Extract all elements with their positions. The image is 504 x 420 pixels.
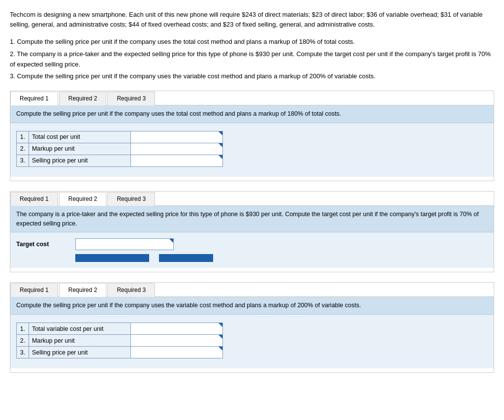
table-row: 2.Markup per unit	[17, 143, 223, 155]
question-2: 2. The company is a price-taker and the …	[10, 49, 494, 70]
row-number: 3.	[17, 155, 29, 166]
blue-bar-2	[159, 254, 213, 262]
panel2-tab-required1[interactable]: Required 1	[10, 192, 58, 206]
panel-1: Required 1 Required 2 Required 3 Compute…	[10, 91, 494, 181]
panel3-header: Compute the selling price per unit if th…	[10, 297, 494, 315]
panel1-tab-required2[interactable]: Required 2	[59, 92, 107, 105]
row-number: 1.	[17, 323, 29, 335]
panel2-tab-required3[interactable]: Required 3	[107, 192, 155, 206]
panel-3: Required 1 Required 2 Required 3 Compute…	[10, 282, 494, 373]
panel2-tab-required2[interactable]: Required 2	[59, 192, 107, 206]
row-input-cell	[131, 143, 223, 155]
panel1-tab-bar: Required 1 Required 2 Required 3	[10, 91, 494, 105]
table-row: 1.Total variable cost per unit	[17, 323, 223, 335]
row-label: Markup per unit	[29, 143, 130, 155]
row-number: 2.	[17, 143, 29, 155]
row-input-cell	[131, 323, 223, 335]
table-row: 2.Markup per unit	[17, 335, 223, 347]
row-label: Total variable cost per unit	[29, 323, 130, 335]
table-row: 3.Selling price per unit	[17, 347, 223, 358]
panel1-tab-required3[interactable]: Required 3	[107, 92, 155, 105]
row-input[interactable]	[134, 145, 220, 153]
row-input-cell	[131, 131, 223, 143]
input-flag	[219, 155, 222, 159]
input-flag	[219, 347, 222, 351]
panel1-header: Compute the selling price per unit if th…	[10, 105, 494, 123]
panel3-tab-bar: Required 1 Required 2 Required 3	[10, 283, 494, 297]
question-3: 3. Compute the selling price per unit if…	[10, 71, 494, 82]
target-cost-input-wrap	[75, 238, 174, 250]
input-flag	[219, 131, 222, 135]
panel2-header: The company is a price-taker and the exp…	[10, 206, 494, 233]
row-input-cell	[131, 155, 223, 166]
panel3-tab-required1[interactable]: Required 1	[10, 283, 58, 297]
row-input[interactable]	[134, 133, 220, 141]
blue-bars-row	[16, 254, 488, 262]
input-flag	[219, 323, 222, 327]
row-input[interactable]	[134, 337, 220, 344]
row-number: 1.	[17, 131, 29, 143]
row-input-cell	[131, 347, 223, 358]
panel3-table: 1.Total variable cost per unit2.Markup p…	[16, 323, 223, 358]
row-input[interactable]	[134, 157, 220, 164]
question-1: 1. Compute the selling price per unit if…	[10, 37, 494, 47]
target-cost-row: Target cost	[16, 238, 488, 250]
row-label: Markup per unit	[29, 335, 130, 347]
target-cost-input[interactable]	[76, 239, 173, 250]
panel1-tab-required1[interactable]: Required 1	[10, 92, 58, 105]
row-label: Selling price per unit	[29, 347, 130, 358]
blue-bar-1	[75, 254, 149, 262]
table-row: 1.Total cost per unit	[17, 131, 223, 143]
intro-paragraph: Techcom is designing a new smartphone. E…	[10, 10, 494, 29]
row-input-cell	[131, 335, 223, 347]
panel3-tab-required2[interactable]: Required 2	[59, 283, 107, 297]
row-number: 2.	[17, 335, 29, 347]
row-number: 3.	[17, 347, 29, 358]
panel-2: Required 1 Required 2 Required 3 The com…	[10, 191, 494, 273]
row-label: Selling price per unit	[29, 155, 130, 166]
row-label: Total cost per unit	[29, 131, 130, 143]
input-flag	[219, 335, 222, 339]
questions-section: 1. Compute the selling price per unit if…	[10, 37, 494, 82]
row-input[interactable]	[134, 349, 220, 356]
target-cost-label: Target cost	[16, 241, 75, 248]
target-cost-flag	[169, 239, 173, 243]
panel1-table: 1.Total cost per unit2.Markup per unit3.…	[16, 131, 223, 167]
panel2-tab-bar: Required 1 Required 2 Required 3	[10, 192, 494, 206]
panel3-tab-required3[interactable]: Required 3	[107, 283, 155, 297]
row-input[interactable]	[134, 325, 220, 332]
input-flag	[219, 143, 222, 147]
table-row: 3.Selling price per unit	[17, 155, 223, 166]
